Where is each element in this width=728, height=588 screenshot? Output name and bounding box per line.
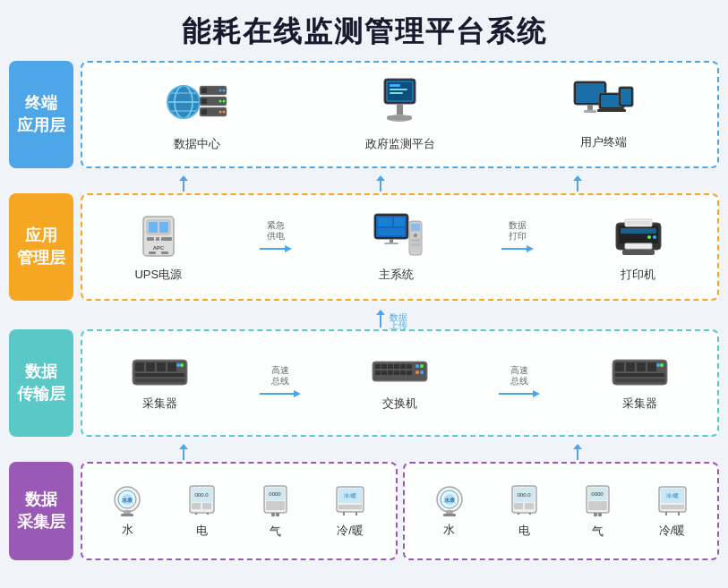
svg-text:水表: 水表 bbox=[121, 497, 133, 503]
elec-1-label: 电 bbox=[196, 523, 208, 539]
svg-point-75 bbox=[647, 235, 651, 239]
svg-rect-48 bbox=[161, 237, 172, 241]
datacollect-label: 数据采集层 bbox=[9, 462, 73, 560]
datacenter-icon bbox=[166, 77, 228, 131]
svg-rect-101 bbox=[388, 371, 393, 375]
svg-rect-50 bbox=[149, 251, 156, 254]
svg-rect-115 bbox=[647, 362, 656, 371]
svg-marker-121 bbox=[179, 444, 188, 449]
svg-text:水表: 水表 bbox=[443, 497, 456, 503]
svg-rect-99 bbox=[375, 371, 381, 375]
terminal-content: 数据中心 bbox=[81, 61, 719, 168]
svg-point-117 bbox=[660, 363, 664, 367]
svg-rect-44 bbox=[149, 222, 158, 233]
svg-rect-56 bbox=[378, 217, 392, 226]
svg-rect-60 bbox=[384, 243, 398, 244]
hvac-meter-1-icon: 冷/暖 bbox=[333, 483, 367, 517]
svg-marker-39 bbox=[376, 175, 385, 181]
svg-marker-123 bbox=[573, 444, 582, 449]
arrow-sw-c2: 高速总线 bbox=[497, 365, 542, 401]
application-layer: 应用管理层 APC bbox=[9, 193, 719, 301]
main-system-label: 主系统 bbox=[379, 267, 414, 283]
elec-2-label: 电 bbox=[518, 523, 530, 539]
svg-rect-96 bbox=[394, 364, 399, 369]
svg-rect-114 bbox=[637, 362, 646, 371]
svg-text:冷/暖: 冷/暖 bbox=[344, 493, 356, 499]
svg-rect-88 bbox=[135, 373, 184, 377]
hvac-1-label: 冷/暖 bbox=[337, 523, 364, 539]
datatrans-content: 采集器 高速总线 bbox=[81, 329, 719, 437]
svg-rect-97 bbox=[400, 364, 406, 369]
datatrans-label: 数据传输层 bbox=[9, 329, 73, 437]
hvac-meter-2-icon: 冷/暖 bbox=[655, 483, 689, 517]
svg-rect-154 bbox=[443, 514, 456, 516]
arrows-t-a bbox=[9, 174, 719, 193]
svg-point-74 bbox=[653, 235, 656, 239]
svg-rect-93 bbox=[375, 364, 381, 369]
ups-icon: APC bbox=[136, 212, 181, 261]
svg-rect-119 bbox=[615, 379, 664, 382]
svg-rect-94 bbox=[381, 364, 387, 369]
arrows-a-dt: 数据 上传 bbox=[9, 306, 719, 329]
svg-rect-58 bbox=[378, 228, 405, 235]
svg-text:APC: APC bbox=[152, 245, 164, 251]
svg-point-106 bbox=[420, 364, 424, 368]
datacollect-layer: 数据采集层 水表 水 bbox=[9, 462, 719, 560]
gas-meter-2-icon: 0000 bbox=[582, 482, 613, 518]
svg-rect-57 bbox=[394, 217, 405, 226]
svg-point-16 bbox=[218, 111, 221, 114]
gov-monitor-icon bbox=[375, 77, 424, 131]
svg-point-105 bbox=[415, 364, 419, 368]
water-meter-2: 水表 水 bbox=[433, 485, 467, 538]
svg-rect-134 bbox=[202, 503, 211, 509]
svg-marker-110 bbox=[533, 390, 540, 397]
svg-point-12 bbox=[218, 100, 221, 103]
svg-rect-11 bbox=[201, 98, 207, 104]
gas-1-label: 气 bbox=[270, 524, 281, 540]
svg-point-13 bbox=[222, 100, 225, 103]
svg-marker-41 bbox=[573, 175, 582, 181]
svg-rect-76 bbox=[622, 250, 655, 255]
user-terminal-device: 用户终端 bbox=[572, 80, 635, 150]
svg-rect-64 bbox=[411, 239, 420, 242]
svg-rect-165 bbox=[588, 501, 607, 510]
svg-rect-140 bbox=[266, 501, 285, 510]
svg-rect-98 bbox=[407, 364, 412, 369]
main-system-icon bbox=[370, 212, 424, 261]
svg-rect-142 bbox=[276, 513, 279, 516]
gas-meter-1: 0000 气 bbox=[260, 482, 291, 540]
datacenter-device: 数据中心 bbox=[166, 77, 228, 152]
svg-rect-71 bbox=[627, 221, 650, 225]
application-content: APC UPS电源 紧急供电 bbox=[81, 193, 719, 301]
collector2-icon bbox=[611, 354, 669, 390]
svg-point-107 bbox=[415, 371, 419, 374]
svg-marker-78 bbox=[376, 310, 385, 315]
printer-device: 打印机 bbox=[612, 212, 665, 283]
gas-2-label: 气 bbox=[592, 524, 604, 540]
svg-rect-83 bbox=[146, 362, 155, 371]
svg-point-116 bbox=[656, 363, 660, 367]
switch-icon bbox=[371, 354, 429, 390]
application-label: 应用管理层 bbox=[9, 193, 73, 301]
gas-meter-1-icon: 0000 bbox=[260, 482, 291, 518]
elec-meter-1: 000.0 电 bbox=[186, 483, 218, 539]
svg-rect-46 bbox=[147, 237, 154, 241]
gas-meter-2: 0000 气 bbox=[582, 482, 613, 540]
svg-rect-62 bbox=[411, 224, 420, 231]
svg-text:000.0: 000.0 bbox=[195, 492, 210, 498]
svg-point-63 bbox=[414, 234, 417, 237]
arrow-main-printer: 数据打印 bbox=[500, 220, 535, 256]
svg-marker-53 bbox=[285, 245, 292, 252]
ups-label: UPS电源 bbox=[134, 267, 182, 283]
svg-rect-30 bbox=[584, 110, 596, 113]
elec-meter-2-icon: 000.0 bbox=[509, 483, 540, 517]
svg-text:000.0: 000.0 bbox=[517, 492, 531, 498]
svg-marker-67 bbox=[527, 245, 534, 252]
gov-monitor-label: 政府监测平台 bbox=[365, 136, 435, 152]
svg-point-9 bbox=[222, 89, 225, 92]
svg-rect-92 bbox=[373, 362, 427, 381]
datatrans-layer: 数据传输层 采集器 bbox=[9, 329, 719, 437]
svg-rect-72 bbox=[625, 243, 652, 249]
svg-rect-104 bbox=[407, 371, 412, 375]
switch-device: 交换机 bbox=[371, 354, 429, 412]
